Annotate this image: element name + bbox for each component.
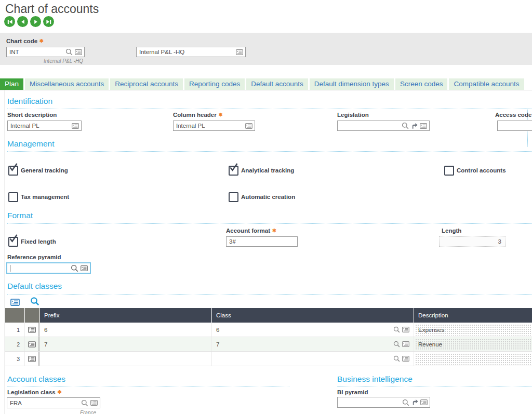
class-cell[interactable]: 7	[212, 337, 414, 351]
jump-icon[interactable]	[411, 123, 418, 129]
checkbox-control-accounts[interactable]	[444, 166, 454, 176]
column-header-value: Internal PL	[176, 123, 243, 129]
first-record-button[interactable]	[4, 16, 15, 27]
checkbox-fixed-length[interactable]	[8, 237, 18, 247]
short-description-value: Internal PL	[10, 123, 70, 129]
table-row: 2 7 7 Revenue	[5, 337, 532, 352]
class-value: 7	[216, 341, 219, 348]
chart-code-input[interactable]: INT	[6, 47, 85, 57]
control-accounts-label: Control accounts	[457, 167, 506, 173]
prefix-cell[interactable]: 7	[40, 337, 212, 351]
selection-icon[interactable]	[90, 400, 98, 406]
selection-icon[interactable]	[81, 265, 88, 271]
selection-icon[interactable]	[75, 49, 82, 55]
selection-icon[interactable]	[236, 49, 243, 55]
account-format-input[interactable]: 3#	[226, 236, 298, 247]
table-header-row: Prefix Class Description	[5, 308, 532, 323]
tab-divider	[0, 90, 532, 90]
legislation-input[interactable]	[337, 121, 430, 131]
class-column-header: Class	[212, 308, 414, 323]
row-selection-icon[interactable]	[25, 323, 40, 337]
column-header-input[interactable]: Internal PL	[173, 121, 255, 131]
general-tracking-label: General tracking	[21, 167, 68, 173]
grid-search-icon[interactable]	[30, 297, 39, 306]
prefix-column-header: Prefix	[40, 308, 212, 323]
access-code-label: Access code	[495, 112, 531, 118]
analytical-tracking-label: Analytical tracking	[241, 167, 294, 173]
next-record-button[interactable]	[30, 16, 41, 27]
chart-of-accounts-page: Chart of accounts Chart code INT	[0, 0, 532, 414]
reference-pyramid-input[interactable]	[6, 262, 91, 274]
tab-miscellaneous-accounts[interactable]: Miscellaneous accounts	[25, 78, 109, 90]
class-cell[interactable]	[212, 352, 414, 366]
legislation-class-value: FRA	[10, 400, 79, 406]
check-icon	[9, 234, 18, 243]
tab-reciprocal-accounts[interactable]: Reciprocal accounts	[110, 78, 183, 90]
tax-management-label: Tax management	[21, 194, 69, 200]
automatic-creation-label: Automatic creation	[241, 194, 295, 200]
legislation-class-helper: France	[7, 410, 96, 414]
required-icon	[56, 389, 62, 395]
required-icon	[37, 38, 44, 44]
search-icon[interactable]	[393, 355, 400, 362]
prefix-cell[interactable]: 6	[40, 323, 212, 337]
description-value: Revenue	[418, 341, 442, 348]
tab-default-dimension-types[interactable]: Default dimension types	[310, 78, 394, 90]
checkbox-general-tracking[interactable]	[8, 166, 18, 176]
jump-icon[interactable]	[411, 399, 418, 406]
legislation-class-input[interactable]: FRA	[7, 397, 100, 408]
search-icon[interactable]	[65, 48, 73, 56]
chart-description-input[interactable]: Internal P&L -HQ	[136, 47, 246, 57]
search-icon[interactable]	[402, 122, 409, 129]
search-icon[interactable]	[402, 399, 409, 406]
section-divider	[7, 151, 532, 152]
legislation-label: Legislation	[337, 112, 369, 118]
search-icon[interactable]	[71, 264, 78, 272]
selection-icon[interactable]	[245, 123, 252, 129]
selection-icon[interactable]	[72, 123, 79, 129]
previous-record-button[interactable]	[17, 16, 28, 27]
tab-reporting-codes[interactable]: Reporting codes	[184, 78, 245, 90]
row-selection-icon[interactable]	[25, 337, 40, 351]
tab-screen-codes[interactable]: Screen codes	[395, 78, 448, 90]
chart-code-label: Chart code	[6, 38, 44, 44]
checkbox-tax-management[interactable]	[8, 192, 18, 202]
short-description-input[interactable]: Internal PL	[7, 121, 82, 131]
section-divider	[7, 386, 289, 386]
search-icon[interactable]	[393, 326, 400, 333]
check-icon	[229, 163, 238, 172]
length-input: 3	[439, 236, 506, 247]
row-selection-icon[interactable]	[25, 352, 40, 366]
section-divider	[7, 294, 532, 295]
last-record-button[interactable]	[43, 16, 54, 27]
tab-compatible-accounts[interactable]: Compatible accounts	[449, 78, 524, 90]
grid-selection-icon[interactable]	[10, 299, 20, 306]
bi-pyramid-input[interactable]	[337, 397, 430, 408]
selection-icon[interactable]	[402, 356, 409, 362]
account-format-value: 3#	[229, 238, 295, 245]
selection-icon[interactable]	[420, 399, 428, 405]
selection-icon[interactable]	[420, 123, 427, 129]
table-row: 1 6 6 Expenses	[5, 323, 532, 337]
description-cell: Expenses	[414, 323, 532, 337]
access-code-input[interactable]	[497, 121, 532, 131]
search-icon[interactable]	[81, 399, 88, 407]
selection-icon[interactable]	[402, 327, 409, 332]
page-title: Chart of accounts	[5, 2, 99, 16]
account-format-label: Account format	[226, 228, 276, 234]
tab-default-accounts[interactable]: Default accounts	[246, 78, 308, 90]
next-record-icon	[33, 19, 39, 25]
column-header-label: Column header	[173, 112, 223, 118]
checkbox-analytical-tracking[interactable]	[229, 166, 238, 176]
identification-heading: Identification	[7, 97, 52, 106]
class-cell[interactable]: 6	[212, 323, 414, 337]
prefix-cell[interactable]	[40, 352, 212, 366]
chart-code-value: INT	[9, 49, 63, 55]
checkbox-automatic-creation[interactable]	[229, 192, 238, 202]
tab-plan[interactable]: Plan	[0, 78, 23, 90]
default-classes-heading: Default classes	[7, 282, 62, 291]
selection-icon[interactable]	[402, 341, 409, 347]
chart-description-value: Internal P&L -HQ	[139, 49, 234, 55]
length-value: 3	[442, 238, 503, 245]
search-icon[interactable]	[393, 341, 400, 348]
